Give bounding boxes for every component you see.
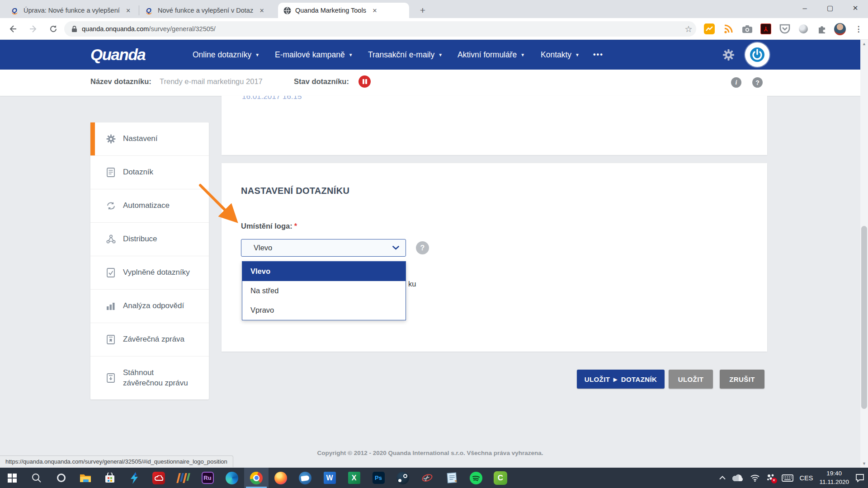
pocket-extension-icon[interactable] [779,23,791,35]
chevron-down-icon: ▼ [438,52,443,57]
sidebar-item-dotaznik[interactable]: Dotazník [90,155,209,189]
cortana-icon[interactable] [49,468,73,488]
settings-gear-icon[interactable] [722,49,735,63]
tray-chevron-up-icon[interactable] [719,476,726,480]
reload-icon[interactable] [46,22,61,36]
info-icon[interactable]: i [731,77,741,88]
tab-title: Quanda Marketing Tools [295,7,366,14]
sidebar-item-stahnout-zaverecnou-zpravu[interactable]: Stáhnout závěrečnou zprávu [90,356,209,400]
sidebar-item-distribuce[interactable]: Distribuce [90,222,209,256]
status-paused-icon[interactable] [359,75,371,88]
windows-taskbar: Ru W X Ps ✂ [0,468,868,488]
back-icon[interactable] [5,22,20,36]
tab-close-icon[interactable]: ✕ [124,6,132,14]
onedrive-cloud-icon[interactable] [732,474,744,482]
browser-menu-kebab-icon[interactable]: ⋮ [853,23,864,35]
quanda-favicon: Q [12,7,19,14]
language-indicator[interactable]: CES [800,474,813,482]
document-icon [106,168,116,177]
nav-more-menu[interactable]: ••• [593,40,604,70]
thunderbird-icon[interactable] [293,468,317,488]
clock[interactable]: 19:40 11.11.2020 [819,469,849,486]
snipping-tool-icon[interactable]: ✂ [415,468,439,488]
notepad-icon[interactable] [439,468,464,488]
scroll-down-icon[interactable]: ▼ [860,461,868,466]
sidebar-item-zaverecna-zprava[interactable]: Závěrečná zpráva [90,323,209,356]
quanda-logo[interactable]: Quanda [90,46,145,64]
save-questionnaire-button[interactable]: ULOŽIT ► DOTAZNÍK [577,370,665,389]
minimize-button[interactable]: ─ [792,0,817,16]
help-icon[interactable]: ? [752,77,763,88]
microsoft-excel-icon[interactable]: X [342,468,366,488]
logo-position-dropdown: Vlevo Na střed Vpravo [242,261,406,320]
bookmark-star-icon[interactable]: ☆ [683,23,694,35]
date: 11.11.2020 [819,478,849,486]
microsoft-store-icon[interactable] [98,468,122,488]
profile-avatar[interactable] [834,23,846,35]
page-scrollbar[interactable]: ▲ ▼ [860,40,868,468]
clipboard-check-icon [106,268,116,277]
new-tab-button[interactable]: + [416,4,429,17]
touch-keyboard-icon[interactable] [782,474,793,482]
photoshop-icon[interactable]: Ps [366,468,391,488]
settings-card: NASTAVENÍ DOTAZNÍKU Umístění loga:* ku V… [222,163,767,352]
option-na-stred[interactable]: Na střed [242,281,406,300]
gear-icon [106,134,116,144]
card-heading: NASTAVENÍ DOTAZNÍKU [241,186,349,196]
maximize-button[interactable]: ▢ [817,0,843,16]
scroll-up-icon[interactable]: ▲ [860,42,868,46]
field-help-icon[interactable]: ? [416,241,429,254]
scrollbar-thumb[interactable] [861,226,867,409]
save-button[interactable]: ULOŽIT [669,370,713,389]
microsoft-edge-icon[interactable] [220,468,244,488]
url-bar[interactable]: quanda.onquanda.com/survey/general/32505… [64,21,696,37]
action-center-icon[interactable] [855,474,864,482]
camera-extension-icon[interactable] [741,23,753,35]
power-logo[interactable] [745,42,769,67]
microsoft-word-icon[interactable]: W [317,468,342,488]
tab-title: Nové funkce a vylepšení v Dotaz [158,7,253,14]
nav-transakcni-emaily[interactable]: Transakční e-maily▼ [368,40,443,70]
logo-position-select[interactable]: Vlevo [241,239,406,257]
obscured-text-fragment: ku [408,280,416,288]
premiere-rush-icon[interactable]: Ru [195,468,220,488]
sidebar-item-analyza-odpovedi[interactable]: Analýza odpovědí [90,289,209,323]
start-button[interactable] [0,468,24,488]
close-window-button[interactable]: ✕ [843,0,868,16]
zoner-lightning-icon[interactable] [122,468,146,488]
sphere-extension-icon[interactable] [797,23,809,35]
acrobat-extension-icon[interactable]: ⅄ [760,23,772,35]
browser-tab-1[interactable]: Q Úprava: Nové funkce a vylepšení ✕ [6,3,137,18]
browser-tab-2[interactable]: Q Nové funkce a vylepšení v Dotaz ✕ [141,3,273,18]
taskbar-search-icon[interactable] [24,468,49,488]
adobe-creative-cloud-icon[interactable] [146,468,171,488]
option-vpravo[interactable]: Vpravo [242,300,406,320]
steam-icon[interactable] [391,468,415,488]
google-chrome-icon-active[interactable] [244,468,269,488]
nav-online-dotazniky[interactable]: Online dotazníky▼ [193,40,259,70]
sidebar-item-nastaveni[interactable]: Nastavení [90,122,209,155]
spotify-icon[interactable] [464,468,488,488]
option-vlevo[interactable]: Vlevo [242,262,406,281]
camtasia-icon[interactable]: C [488,468,513,488]
sidebar-item-vyplnene-dotazniky[interactable]: Vyplněné dotazníky [90,256,209,289]
forward-icon[interactable] [26,22,41,36]
tab-close-icon[interactable]: ✕ [371,6,379,14]
extensions-puzzle-icon[interactable] [816,23,828,35]
sidebar-item-automatizace[interactable]: Automatizace [90,189,209,222]
distribute-nodes-icon [106,235,116,244]
firefox-icon[interactable] [269,468,293,488]
cancel-button[interactable]: ZRUŠIT [720,370,764,389]
file-explorer-icon[interactable] [73,468,98,488]
tab-close-icon[interactable]: ✕ [258,6,266,14]
nav-aktivni-formulare[interactable]: Aktivní formuláře▼ [458,40,525,70]
sync-error-icon[interactable]: ✕ [766,474,775,483]
analytics-extension-icon[interactable] [703,23,715,35]
wifi-icon[interactable] [750,474,760,482]
browser-tab-active[interactable]: Quanda Marketing Tools ✕ [278,3,409,18]
app-navbar: Quanda Online dotazníky▼ E-mailové kampa… [0,40,860,70]
rss-extension-icon[interactable] [722,23,734,35]
nav-kontakty[interactable]: Kontakty▼ [541,40,580,70]
color-bars-app-icon[interactable] [171,468,195,488]
nav-emailove-kampane[interactable]: E-mailové kampaně▼ [275,40,353,70]
